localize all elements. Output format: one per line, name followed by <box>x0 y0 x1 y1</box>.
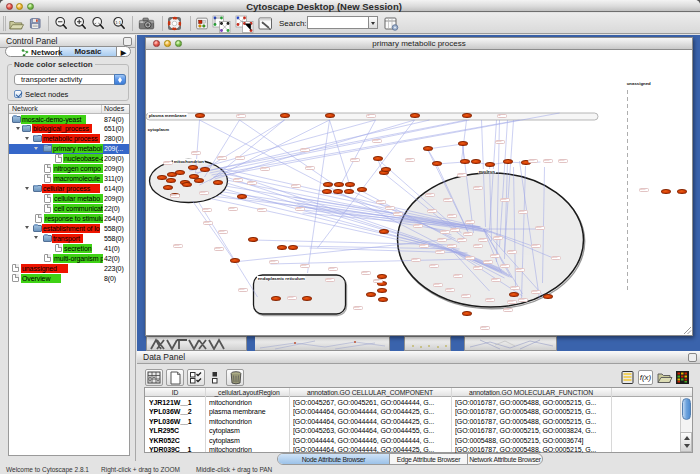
svg-text:1:1: 1:1 <box>115 20 121 25</box>
